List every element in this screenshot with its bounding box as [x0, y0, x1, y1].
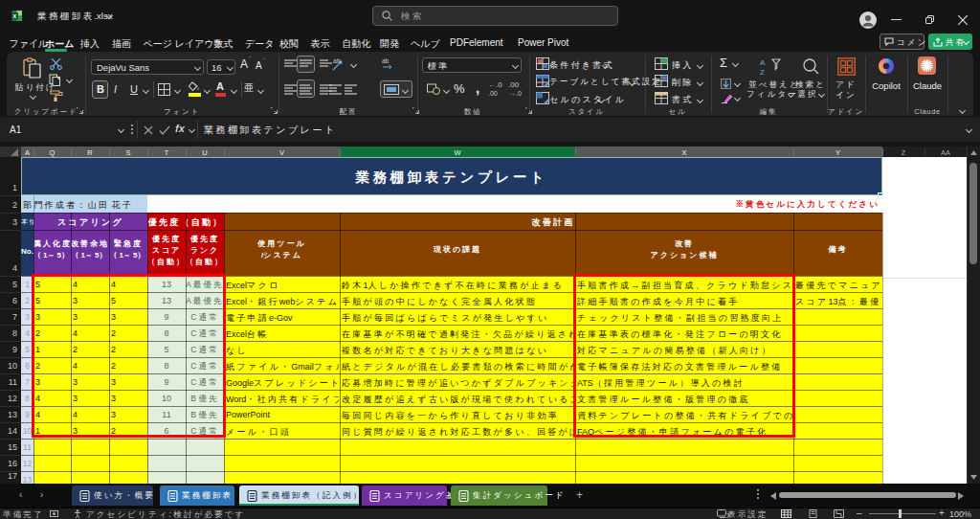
svg-text:A: A — [760, 58, 766, 67]
svg-text:Z: Z — [760, 68, 765, 77]
svg-text:ab: ab — [333, 57, 341, 64]
svg-text:x: x — [13, 12, 17, 19]
svg-text:ab: ab — [382, 57, 390, 64]
